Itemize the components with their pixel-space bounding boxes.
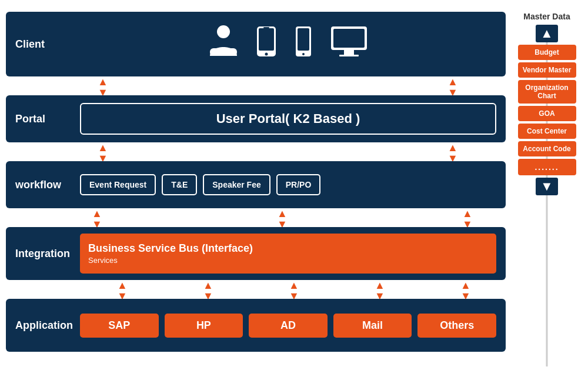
arrow-wi-3: ▲ ▼: [453, 208, 482, 229]
portal-box: User Portal( K2 Based ): [80, 103, 496, 135]
sidebar-dots: .......: [518, 159, 576, 175]
arrow-wi-2: ▲ ▼: [268, 208, 297, 229]
svg-point-4: [265, 52, 268, 55]
client-icons: [80, 24, 496, 65]
arrows-int-app: ▲ ▼ ▲ ▼ ▲ ▼ ▲ ▼ ▲ ▼: [82, 282, 506, 299]
sidebar-org-chart: Organization Chart: [518, 80, 576, 104]
svg-rect-11: [344, 50, 354, 55]
diagram-container: Client: [0, 0, 588, 390]
sidebar-vendor-master: Vendor Master: [518, 62, 576, 78]
arrow-ia-2: ▲ ▼: [196, 280, 220, 301]
portal-label: Portal: [15, 113, 80, 125]
app-sap: SAP: [80, 314, 159, 338]
bsb-box: Business Service Bus (Interface) Service…: [80, 234, 496, 274]
arrows-wf-int: ▲ ▼ ▲ ▼ ▲ ▼: [82, 211, 506, 227]
app-hp: HP: [165, 314, 243, 338]
application-layer: Application SAP HP AD Mail Others: [6, 299, 506, 352]
app-ad: AD: [249, 314, 328, 338]
arrow-cp-1: ▲ ▼: [82, 76, 123, 98]
svg-rect-12: [339, 55, 359, 56]
integration-layer: Integration Business Service Bus (Interf…: [6, 227, 506, 280]
wf-prpo: PR/PO: [276, 174, 321, 195]
arrow-ia-1: ▲ ▼: [111, 280, 134, 301]
sidebar-arrow-down: ▼: [536, 178, 558, 195]
monitor-icon: [330, 25, 368, 64]
app-mail: Mail: [333, 314, 412, 338]
sidebar-arrow-up: ▲: [536, 25, 558, 42]
arrow-wi-1: ▲ ▼: [82, 208, 112, 229]
application-label: Application: [15, 319, 80, 332]
application-boxes: SAP HP AD Mail Others: [80, 314, 496, 338]
sidebar-budget: Budget: [518, 45, 576, 60]
arrows-client-portal: ▲ ▼ ▲ ▼: [82, 79, 506, 95]
wf-speaker-fee: Speaker Fee: [203, 174, 270, 195]
client-label: Client: [15, 38, 80, 51]
app-others: Others: [417, 314, 496, 338]
tablet-icon: [295, 25, 312, 64]
workflow-label: workflow: [15, 179, 80, 191]
main-section: Client: [6, 12, 506, 378]
workflow-layer: workflow Event Request T&E Speaker Fee P…: [6, 161, 506, 208]
arrows-portal-workflow: ▲ ▼ ▲ ▼: [82, 145, 506, 161]
svg-rect-1: [210, 48, 237, 56]
arrow-ia-5: ▲ ▼: [454, 280, 477, 301]
svg-rect-3: [259, 28, 274, 51]
arrow-ia-3: ▲ ▼: [282, 280, 306, 301]
svg-point-0: [217, 25, 230, 38]
sidebar-cost-center: Cost Center: [518, 124, 576, 139]
arrow-pw-1: ▲ ▼: [82, 142, 123, 164]
svg-rect-7: [298, 28, 309, 51]
bsb-title: Business Service Bus (Interface): [88, 242, 488, 255]
svg-point-8: [302, 53, 305, 55]
workflow-boxes: Event Request T&E Speaker Fee PR/PO: [80, 174, 496, 195]
wf-te: T&E: [162, 174, 197, 195]
client-layer: Client: [6, 12, 506, 76]
portal-layer: Portal User Portal( K2 Based ): [6, 95, 506, 142]
arrow-pw-2: ▲ ▼: [435, 142, 470, 164]
master-data-label: Master Data: [523, 12, 570, 21]
wf-event-request: Event Request: [80, 174, 156, 195]
portal-content: User Portal( K2 Based ): [216, 111, 360, 126]
sidebar-goa: GOA: [518, 106, 576, 121]
svg-rect-10: [333, 29, 365, 48]
arrow-ia-4: ▲ ▼: [368, 280, 392, 301]
person-icon: [209, 24, 238, 65]
sidebar: Master Data ▲ Budget Vendor Master Organ…: [512, 12, 582, 378]
sidebar-account-code: Account Code: [518, 141, 576, 156]
arrow-cp-2: ▲ ▼: [435, 76, 470, 98]
svg-rect-5: [263, 27, 269, 28]
integration-label: Integration: [15, 248, 80, 260]
phone-icon: [256, 25, 277, 64]
bsb-subtitle: Services: [88, 256, 488, 265]
